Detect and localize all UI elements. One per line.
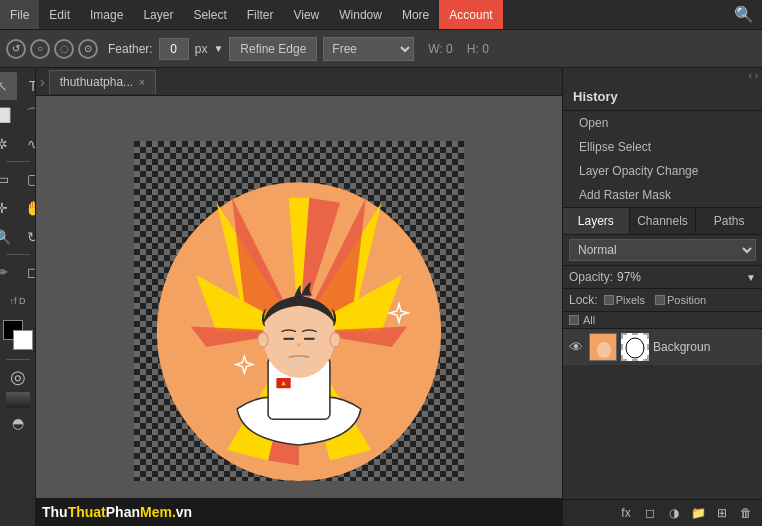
menu-image[interactable]: Image <box>80 0 133 29</box>
layers-empty-space <box>563 365 762 499</box>
brand-text: ThuThuatPhanMem.vn <box>42 504 192 520</box>
history-item-open[interactable]: Open <box>563 111 762 135</box>
rectangle-tool[interactable]: ▭ <box>0 165 17 193</box>
brand-thuat: Thuat <box>68 504 106 520</box>
opacity-row: Opacity: 97% ▼ <box>563 266 762 289</box>
marquee-tool[interactable]: ⬜ <box>0 101 17 129</box>
menu-filter[interactable]: Filter <box>237 0 284 29</box>
menu-account[interactable]: Account <box>439 0 502 29</box>
menu-select[interactable]: Select <box>183 0 236 29</box>
layer-row[interactable]: 👁 Backgroun <box>563 329 762 365</box>
svg-point-14 <box>626 338 644 358</box>
panel-collapse-button[interactable]: ‹ › <box>749 70 758 81</box>
rounded-rect-tool[interactable]: ▢ <box>18 165 36 193</box>
left-toolbar: ↖ T ⬜ ⌒ ✲ ∿ ▭ ▢ ✛ ✋ 🔍 ↻ ✏ ◻ ↑f D <box>0 68 36 526</box>
polygon-lasso-icon[interactable]: ◌ <box>54 39 74 59</box>
all-checkbox[interactable] <box>569 315 579 325</box>
rotate-tool[interactable]: ↻ <box>18 223 36 251</box>
layer-thumbnail <box>589 333 617 361</box>
layer-name: Backgroun <box>653 340 756 354</box>
zoom-tools: 🔍 ↻ <box>0 223 36 251</box>
crop-tool[interactable]: ✛ <box>0 194 17 222</box>
selection-tool-icons: ↺ ○ ◌ ⊙ <box>6 39 98 59</box>
layer-new-button[interactable]: ⊞ <box>712 504 732 522</box>
layer-group-button[interactable]: 📁 <box>688 504 708 522</box>
history-item-mask[interactable]: Add Raster Mask <box>563 183 762 207</box>
refresh-icon[interactable]: ↺ <box>6 39 26 59</box>
menu-window[interactable]: Window <box>329 0 392 29</box>
eraser-tool[interactable]: ◻ <box>18 258 36 286</box>
brush-tool[interactable]: ✏ <box>0 258 17 286</box>
magic-tools: ✲ ∿ <box>0 130 36 158</box>
tab-paths[interactable]: Paths <box>696 208 762 234</box>
document-tab[interactable]: thuthuatpha... × <box>49 70 156 94</box>
opacity-dropdown-arrow[interactable]: ▼ <box>746 272 756 283</box>
lock-label: Lock: <box>569 293 598 307</box>
layers-footer: fx ◻ ◑ 📁 ⊞ 🗑 <box>563 499 762 526</box>
gradient-tool[interactable] <box>6 392 30 408</box>
smudge-tool[interactable]: ∿ <box>18 130 36 158</box>
tab-layers[interactable]: Layers <box>563 208 630 234</box>
menu-layer[interactable]: Layer <box>133 0 183 29</box>
brand-thu: Thu <box>42 504 68 520</box>
lock-pixels-item: Pixels <box>604 294 645 306</box>
width-label: W: 0 <box>428 42 452 56</box>
canvas-area: › thuthuatpha... × <box>36 68 562 526</box>
layer-adjustment-button[interactable]: ◑ <box>664 504 684 522</box>
layers-panel: Layers Channels Paths Normal Multiply Sc… <box>563 208 762 526</box>
history-panel: History Open Ellipse Select Layer Opacit… <box>563 83 762 208</box>
tab-channels[interactable]: Channels <box>630 208 697 234</box>
hand-tool[interactable]: ✋ <box>18 194 36 222</box>
opacity-value: 97% <box>617 270 742 284</box>
layer-effects-button[interactable]: fx <box>616 504 636 522</box>
history-title: History <box>563 83 762 111</box>
move-tool[interactable]: ↖ <box>0 72 17 100</box>
style-select[interactable]: Free Fixed Ratio Fixed Size <box>323 37 414 61</box>
type-tool[interactable]: T <box>18 72 36 100</box>
menu-view[interactable]: View <box>283 0 329 29</box>
toolbar-separator-3 <box>6 359 30 360</box>
canvas-scroll[interactable]: ThuThuatPhanMem.vn <box>36 96 562 526</box>
tab-name: thuthuatpha... <box>60 75 133 89</box>
svg-point-8 <box>258 333 268 347</box>
move-type-tools: ↖ T <box>0 72 36 100</box>
blend-mode-select[interactable]: Normal Multiply Screen Overlay <box>569 239 756 261</box>
canvas-bg <box>134 141 464 481</box>
layer-mask-thumbnail <box>621 333 649 361</box>
magic-wand-tool[interactable]: ✲ <box>0 130 17 158</box>
feather-dropdown-arrow[interactable]: ▼ <box>213 43 223 54</box>
zoom-tool[interactable]: 🔍 <box>0 223 17 251</box>
layer-mask-button[interactable]: ◻ <box>640 504 660 522</box>
menu-more[interactable]: More <box>392 0 439 29</box>
history-item-ellipse[interactable]: Ellipse Select <box>563 135 762 159</box>
lock-pixels-checkbox[interactable] <box>604 295 614 305</box>
layer-visibility-icon[interactable]: 👁 <box>569 339 583 355</box>
quick-mask-tool[interactable]: ◎ <box>3 363 33 391</box>
search-icon[interactable]: 🔍 <box>734 5 754 24</box>
menu-file[interactable]: File <box>0 0 39 29</box>
refine-edge-button[interactable]: Refine Edge <box>229 37 317 61</box>
layers-indicator: ↑f D <box>3 287 33 315</box>
svg-point-12 <box>597 342 611 358</box>
lock-position-checkbox[interactable] <box>655 295 665 305</box>
extra-tool-2[interactable]: ◓ <box>3 409 33 437</box>
canvas-illustration <box>134 141 464 481</box>
background-color[interactable] <box>13 330 33 350</box>
toolbar-separator-1 <box>6 161 30 162</box>
lasso-tool-btn[interactable]: ⌒ <box>18 101 36 129</box>
all-label: All <box>569 314 756 326</box>
menu-edit[interactable]: Edit <box>39 0 80 29</box>
tab-close-button[interactable]: × <box>139 77 145 88</box>
lock-position-label: Position <box>667 294 706 306</box>
blend-mode-row: Normal Multiply Screen Overlay <box>563 235 762 266</box>
feather-input[interactable] <box>159 38 189 60</box>
lasso-icon[interactable]: ○ <box>30 39 50 59</box>
feather-label: Feather: <box>108 42 153 56</box>
magnetic-lasso-icon[interactable]: ⊙ <box>78 39 98 59</box>
layers-tabs: Layers Channels Paths <box>563 208 762 235</box>
right-panel: ‹ › History Open Ellipse Select Layer Op… <box>562 68 762 526</box>
brand-mem: Mem <box>140 504 172 520</box>
tab-left-arrow[interactable]: › <box>40 74 45 90</box>
history-item-opacity[interactable]: Layer Opacity Change <box>563 159 762 183</box>
layer-delete-button[interactable]: 🗑 <box>736 504 756 522</box>
